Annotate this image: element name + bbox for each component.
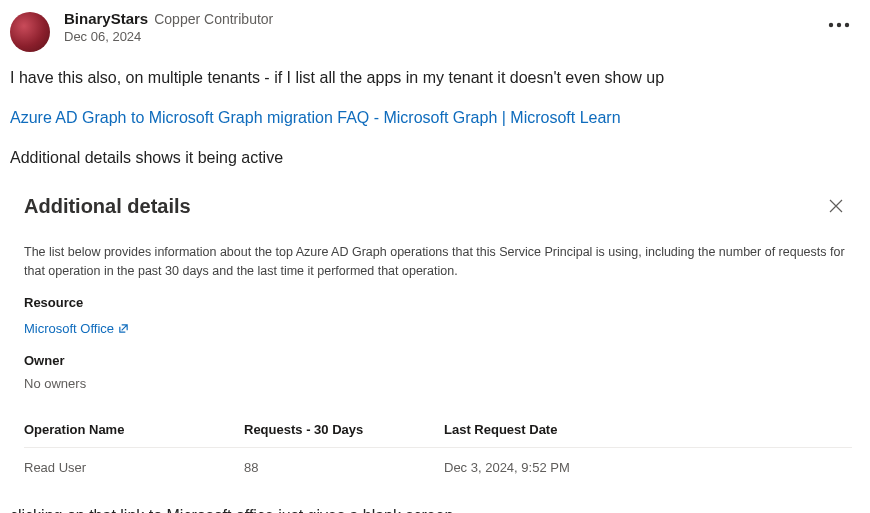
author-name[interactable]: BinaryStars: [64, 10, 148, 27]
col-requests[interactable]: Requests - 30 Days: [244, 412, 444, 448]
owner-value: No owners: [24, 374, 852, 394]
post-date: Dec 06, 2024: [64, 29, 273, 44]
dots-icon: [828, 22, 850, 28]
post-header: BinaryStars Copper Contributor Dec 06, 2…: [0, 10, 870, 52]
resource-link[interactable]: Microsoft Office: [24, 319, 129, 339]
author-block: BinaryStars Copper Contributor Dec 06, 2…: [64, 10, 273, 44]
post-paragraph: I have this also, on multiple tenants - …: [10, 66, 860, 90]
more-options-button[interactable]: [822, 16, 856, 34]
close-button[interactable]: [822, 193, 850, 221]
operations-table: Operation Name Requests - 30 Days Last R…: [24, 412, 852, 488]
svg-point-0: [829, 23, 833, 27]
cell-requests: 88: [244, 448, 444, 488]
svg-point-2: [845, 23, 849, 27]
post-paragraph: Additional details shows it being active: [10, 146, 860, 170]
post-paragraph: clicking on that link to Microsoft offic…: [10, 504, 860, 514]
owner-label: Owner: [24, 351, 852, 371]
close-icon: [829, 199, 843, 213]
table-row[interactable]: Read User 88 Dec 3, 2024, 9:52 PM: [24, 448, 852, 488]
table-header-row: Operation Name Requests - 30 Days Last R…: [24, 412, 852, 448]
external-link-icon: [118, 323, 129, 334]
resource-label: Resource: [24, 293, 852, 313]
author-role: Copper Contributor: [154, 11, 273, 27]
post-body: I have this also, on multiple tenants - …: [0, 52, 870, 513]
col-operation-name[interactable]: Operation Name: [24, 412, 244, 448]
panel-description: The list below provides information abou…: [24, 243, 852, 281]
external-link[interactable]: Azure AD Graph to Microsoft Graph migrat…: [10, 109, 621, 126]
cell-operation-name: Read User: [24, 448, 244, 488]
col-last-request[interactable]: Last Request Date: [444, 412, 852, 448]
cell-last-request: Dec 3, 2024, 9:52 PM: [444, 448, 852, 488]
forum-post: BinaryStars Copper Contributor Dec 06, 2…: [0, 10, 870, 513]
avatar[interactable]: [10, 12, 50, 52]
svg-point-1: [837, 23, 841, 27]
panel-title: Additional details: [24, 187, 852, 243]
resource-link-text: Microsoft Office: [24, 319, 114, 339]
additional-details-panel: Additional details The list below provid…: [10, 186, 860, 488]
